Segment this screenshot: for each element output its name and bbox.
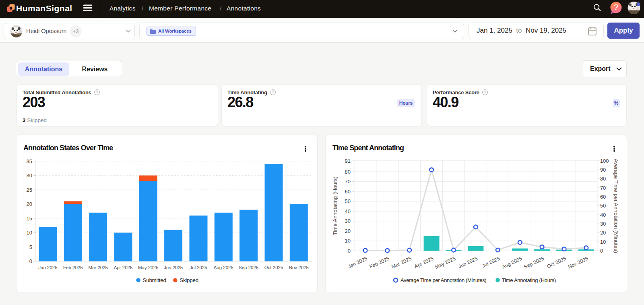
svg-text:Sep 2025: Sep 2025 — [239, 265, 258, 270]
svg-text:50: 50 — [600, 203, 606, 209]
svg-text:40: 40 — [345, 208, 351, 214]
svg-text:Apr 2025: Apr 2025 — [114, 265, 133, 270]
svg-text:20: 20 — [600, 230, 606, 236]
svg-text:Oct 2025: Oct 2025 — [546, 256, 567, 270]
svg-text:40: 40 — [600, 212, 606, 218]
svg-text:50: 50 — [345, 198, 351, 204]
svg-text:10: 10 — [345, 238, 351, 244]
svg-text:Nov 2025: Nov 2025 — [567, 256, 589, 270]
svg-text:30: 30 — [345, 218, 351, 224]
svg-text:Jul 2025: Jul 2025 — [481, 256, 501, 269]
svg-text:20: 20 — [345, 228, 351, 234]
svg-text:Aug 2025: Aug 2025 — [214, 265, 233, 270]
svg-text:60: 60 — [345, 189, 351, 195]
svg-text:10: 10 — [27, 230, 32, 236]
svg-text:Mar 2025: Mar 2025 — [88, 265, 108, 270]
svg-text:20: 20 — [27, 201, 32, 207]
svg-text:Oct 2025: Oct 2025 — [264, 265, 283, 270]
svg-text:80: 80 — [345, 169, 351, 175]
svg-text:Time Annotating (Hours): Time Annotating (Hours) — [502, 277, 556, 283]
svg-text:Average Time per Annotation (M: Average Time per Annotation (Minutes) — [613, 159, 619, 253]
svg-text:?: ? — [614, 2, 619, 12]
svg-text:Jun 2025: Jun 2025 — [164, 265, 183, 270]
svg-text:90: 90 — [600, 167, 606, 173]
svg-text:80: 80 — [600, 176, 606, 182]
svg-text:25: 25 — [27, 187, 32, 193]
svg-text:Mar 2025: Mar 2025 — [391, 256, 413, 270]
svg-text:Aug 2025: Aug 2025 — [501, 256, 523, 270]
svg-text:0: 0 — [29, 258, 32, 264]
svg-text:Jan 2025: Jan 2025 — [38, 265, 57, 270]
svg-text:Feb 2025: Feb 2025 — [63, 265, 83, 270]
svg-text:30: 30 — [27, 172, 32, 178]
svg-text:Sep 2025: Sep 2025 — [523, 256, 545, 270]
svg-text:Jan 2025: Jan 2025 — [347, 256, 368, 270]
svg-text:91: 91 — [345, 158, 351, 164]
svg-text:Nov 2025: Nov 2025 — [289, 265, 309, 270]
svg-text:0: 0 — [600, 248, 603, 254]
svg-text:35: 35 — [27, 158, 32, 164]
svg-text:Apr 2025: Apr 2025 — [413, 256, 434, 270]
svg-text:Average Time per Annotation (M: Average Time per Annotation (Minutes) — [400, 277, 486, 283]
svg-text:60: 60 — [600, 194, 606, 200]
svg-text:10: 10 — [600, 239, 606, 245]
svg-text:70: 70 — [345, 178, 351, 185]
svg-text:Jun 2025: Jun 2025 — [458, 256, 479, 270]
svg-text:Feb 2025: Feb 2025 — [369, 256, 390, 270]
svg-text:May 2025: May 2025 — [434, 256, 457, 270]
svg-text:70: 70 — [600, 185, 606, 191]
svg-text:5: 5 — [29, 244, 32, 250]
svg-text:Skipped: Skipped — [180, 277, 198, 283]
svg-text:Jul 2025: Jul 2025 — [190, 265, 207, 270]
svg-text:May 2025: May 2025 — [138, 265, 159, 270]
svg-text:30: 30 — [600, 221, 606, 227]
svg-text:Time Annotating (Hours): Time Annotating (Hours) — [332, 176, 338, 235]
svg-text:0: 0 — [348, 248, 351, 254]
svg-text:Submitted: Submitted — [143, 277, 166, 283]
svg-text:100: 100 — [600, 158, 609, 164]
svg-text:15: 15 — [27, 216, 32, 222]
